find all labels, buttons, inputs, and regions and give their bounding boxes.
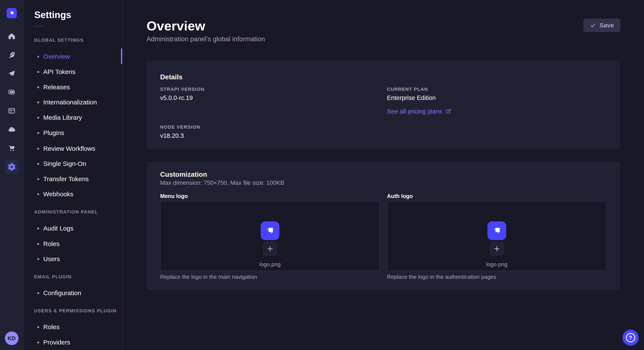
strapi-logo[interactable] (6, 8, 17, 18)
sidebar-item-providers[interactable]: Providers (24, 335, 122, 350)
save-button-label: Save (600, 22, 614, 29)
details-heading: Details (160, 73, 606, 81)
user-avatar[interactable]: KD (5, 332, 18, 345)
bullet-icon (37, 243, 39, 245)
sidebar-item-audit-logs[interactable]: Audit Logs (24, 221, 122, 236)
layout-icon (8, 107, 16, 115)
sidebar-item-overview[interactable]: Overview (24, 49, 122, 64)
section-header-email-plugin: EMAIL PLUGIN (34, 273, 72, 281)
sidebar-item-plugins[interactable]: Plugins (24, 125, 122, 141)
menu-logo-upload-box[interactable]: logo.png (160, 201, 380, 271)
bullet-icon (37, 56, 39, 58)
auth-logo-preview (488, 221, 506, 240)
plus-icon (493, 245, 500, 252)
section-header-global-settings: GLOBAL SETTINGS (34, 36, 84, 44)
bullet-icon (37, 292, 39, 294)
menu-logo-caption: Replace the logo in the main navigation (160, 273, 380, 280)
gear-icon (8, 163, 16, 171)
node-version-value: v18.20.3 (160, 132, 380, 140)
bullet-icon (37, 132, 39, 134)
sidebar-item-single-sign-on[interactable]: Single Sign-On (24, 156, 122, 172)
current-plan-block: CURRENT PLAN Enterprise Edition (387, 86, 606, 102)
pricing-plans-link[interactable]: See all pricing plans (387, 108, 451, 115)
strapi-logo-icon (8, 10, 15, 16)
nav-home-button[interactable] (8, 32, 16, 40)
customization-heading: Customization (160, 170, 606, 178)
save-button[interactable]: Save (584, 19, 620, 32)
nav-cloud-button[interactable] (8, 125, 16, 134)
pictures-icon (8, 88, 16, 97)
subnav-title-rule (34, 26, 44, 26)
nav-settings-button[interactable] (5, 160, 18, 174)
bullet-icon (37, 258, 39, 260)
sidebar-item-webhooks[interactable]: Webhooks (24, 186, 122, 202)
auth-logo-caption: Replace the logo in the authentication p… (387, 273, 606, 280)
bullet-icon (37, 86, 39, 88)
section-header-users-permissions-plugin: USERS & PERMISSIONS PLUGIN (34, 307, 117, 315)
sidebar-item-users[interactable]: Users (24, 251, 122, 267)
question-mark-icon: ? (626, 333, 635, 342)
menu-logo-file-name: logo.png (260, 261, 281, 268)
auth-logo-file-name: logo.png (486, 261, 508, 268)
menu-logo-label: Menu logo (160, 193, 380, 199)
strapi-version-value: v5.0.0-rc.19 (160, 94, 380, 102)
sidebar-item-up-roles[interactable]: Roles (24, 319, 122, 335)
details-card: Details STRAPI VERSION v5.0.0-rc.19 NODE… (146, 61, 620, 149)
customization-card: Customization Max dimension: 750×750, Ma… (146, 162, 620, 290)
sidebar-item-transfer-tokens[interactable]: Transfer Tokens (24, 172, 122, 187)
check-icon (590, 22, 596, 28)
bullet-icon (37, 193, 39, 195)
sidebar-item-review-workflows[interactable]: Review Workflows (24, 141, 122, 156)
sidebar-item-media-library[interactable]: Media Library (24, 110, 122, 125)
menu-logo-preview (261, 221, 280, 240)
external-link-icon (445, 108, 451, 114)
strapi-logo-icon (491, 225, 502, 236)
nav-content-manager-button[interactable] (8, 107, 16, 115)
auth-logo-label: Auth logo (387, 193, 606, 199)
sidebar-item-releases[interactable]: Releases (24, 80, 122, 95)
details-right-column: CURRENT PLAN Enterprise Edition See all … (387, 86, 606, 140)
auth-logo-add-button[interactable] (490, 242, 504, 255)
auth-logo-field: Auth logo logo.png Replace the logo in t (387, 193, 606, 280)
sidebar-item-admin-roles[interactable]: Roles (24, 236, 122, 252)
main-nav-rail: KD (0, 0, 24, 350)
strapi-logo-icon (264, 225, 276, 236)
strapi-version-label: STRAPI VERSION (160, 86, 380, 92)
bullet-icon (37, 326, 39, 328)
node-version-label: NODE VERSION (160, 124, 380, 130)
page-title: Overview (146, 18, 265, 34)
sidebar-item-api-tokens[interactable]: API Tokens (24, 64, 122, 80)
auth-logo-upload-box[interactable]: logo.png (387, 201, 606, 271)
menu-logo-field: Menu logo logo.png Replace the logo in t (160, 193, 380, 280)
bullet-icon (37, 342, 39, 344)
cart-icon (8, 144, 16, 152)
rail-divider-top (0, 28, 24, 28)
page-header: Overview Administration panel’s global i… (146, 18, 265, 43)
paper-plane-icon (8, 69, 16, 78)
sidebar-item-internationalization[interactable]: Internationalization (24, 95, 122, 110)
bullet-icon (37, 178, 39, 180)
nav-marketplace-button[interactable] (8, 144, 16, 152)
page-subtitle: Administration panel’s global informatio… (146, 35, 265, 43)
nav-media-library-button[interactable] (8, 88, 16, 97)
section-header-administration-panel: ADMINISTRATION PANEL (34, 208, 98, 216)
help-button[interactable]: ? (622, 330, 639, 346)
bullet-icon (37, 101, 39, 103)
cloud-icon (8, 125, 16, 134)
plus-icon (266, 245, 274, 252)
bullet-icon (37, 117, 39, 119)
subnav-title: Settings (34, 9, 71, 20)
current-plan-label: CURRENT PLAN (387, 86, 606, 92)
nav-content-button[interactable] (8, 50, 16, 59)
bullet-icon (37, 148, 39, 150)
details-left-column: STRAPI VERSION v5.0.0-rc.19 NODE VERSION… (160, 86, 380, 140)
sidebar-item-email-configuration[interactable]: Configuration (24, 285, 122, 301)
settings-subnav: Settings GLOBAL SETTINGS Overview API To… (24, 0, 122, 350)
nav-deploy-button[interactable] (8, 69, 16, 78)
home-icon (8, 32, 16, 40)
bullet-icon (37, 163, 39, 165)
feather-icon (8, 50, 16, 59)
menu-logo-add-button[interactable] (264, 242, 277, 255)
current-plan-value: Enterprise Edition (387, 94, 606, 102)
strapi-version-block: STRAPI VERSION v5.0.0-rc.19 (160, 86, 380, 102)
